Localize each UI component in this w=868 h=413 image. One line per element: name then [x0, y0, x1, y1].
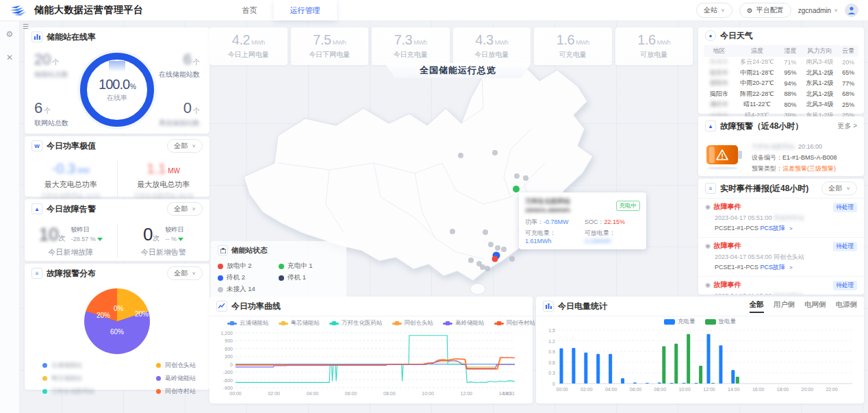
panel-power-curve: 今日功率曲线 云浦储能站粤芯储能站万邦生化医药站同创仓头站葛岭储能站同创寺村站 … [209, 297, 533, 403]
tab-operation[interactable]: 运行管理 [274, 0, 337, 21]
panel-title: 实时事件播报(近48小时) [720, 183, 808, 195]
energy-tab-电源侧[interactable]: 电源侧 [836, 300, 858, 313]
tab-home[interactable]: 首页 [226, 0, 274, 21]
more-link[interactable]: 更多 > [837, 121, 857, 131]
event-type: 故障事件 [714, 241, 741, 251]
station-dot-unconnected[interactable] [485, 266, 490, 271]
status-legend-item: 放电中 2 [218, 262, 279, 271]
list-icon: ≡ [31, 268, 42, 279]
event-item[interactable]: ◉故障事件待处理2023-04-17 05:54:00 同创仓头站PCSE1-#… [698, 238, 864, 277]
station-dot-unconnected[interactable] [523, 175, 528, 181]
station-dot-unconnected[interactable] [450, 229, 455, 234]
svg-text:0.6: 0.6 [548, 360, 555, 365]
svg-text:02:00: 02:00 [268, 391, 280, 396]
curve-legend-label: 粤芯储能站 [291, 319, 320, 327]
weather-cell: 25% [839, 101, 858, 108]
pending-badge: 待处理 [833, 281, 858, 290]
bar-chart-icon [31, 32, 42, 42]
stat-card[interactable]: 4.2MWh今日上网电量 [209, 27, 288, 65]
panel-title: 故障报警分布 [47, 268, 96, 279]
status-label: 停机 1 [288, 273, 306, 282]
curve-legend-item[interactable]: 葛岭储能站 [443, 319, 485, 327]
charge-bar [584, 353, 587, 384]
tooltip-value: 1.61MWh [525, 238, 552, 245]
station-dot-discharging[interactable] [492, 256, 498, 262]
station-dot-unconnected[interactable] [495, 245, 500, 251]
event-item[interactable]: ◉故障事件待处理2023-04-17 11:15:00 葛岭储能站PCSE1-#… [698, 277, 864, 295]
curve-legend-item[interactable]: 云浦储能站 [227, 319, 269, 327]
stat-card-number: 4.2 [232, 32, 250, 47]
chevron-down-icon: ∨ [846, 186, 850, 190]
stat-unit: 个 [52, 58, 59, 66]
fault-distribution-pie[interactable]: 20%60%20%0% [84, 288, 150, 354]
stat-value: 0 [183, 99, 192, 116]
platform-config-button[interactable]: ⚙ 平台配置 [739, 3, 791, 18]
station-dot-unconnected[interactable] [514, 173, 520, 179]
arrow-right-icon[interactable]: > [789, 264, 793, 271]
station-dot-unconnected[interactable] [480, 264, 485, 270]
station-dot-unconnected[interactable] [468, 258, 474, 263]
energy-tab-用户侧[interactable]: 用户侧 [774, 300, 795, 313]
fault-today-filter[interactable]: 全部∨ [167, 202, 203, 216]
fault-dist-filter[interactable]: 全部∨ [167, 266, 203, 280]
panel-weather: ● 今日天气 地区温度湿度风力方向云量珠海市多云24-28℃71%南风3-4级2… [698, 27, 864, 114]
user-menu[interactable]: zgcnadmin ∨ [798, 7, 838, 14]
svg-text:0.3: 0.3 [548, 371, 555, 375]
battery-warning-icon [705, 142, 745, 173]
stat-card[interactable]: 4.3MWh今日放电量 [453, 27, 531, 65]
stat-card[interactable]: 1.6MWh可放电量 [615, 27, 693, 65]
station-dot-unconnected[interactable] [509, 256, 515, 262]
svg-text:-900: -900 [223, 386, 233, 390]
fault-link[interactable]: PCS故障 [761, 225, 786, 231]
events-filter[interactable]: 全部∨ [821, 182, 857, 195]
power-extreme-filter[interactable]: 全部∨ [167, 139, 203, 153]
label: 今日新增故障 [25, 247, 117, 258]
charge-bar [670, 383, 674, 384]
station-dot-unconnected[interactable] [501, 247, 507, 252]
station-dot-charging[interactable] [513, 186, 520, 192]
stat-card[interactable]: 1.6MWh可充电量 [534, 27, 612, 65]
legend-item: 云浦储能站 [42, 361, 94, 370]
station-dot-unconnected[interactable] [458, 153, 463, 158]
charge-bar [560, 349, 563, 384]
curve-legend-item[interactable]: 粤芯储能站 [279, 319, 320, 327]
legend-mark-icon [329, 323, 339, 325]
stat-card[interactable]: 7.3MWh今日充电量 [372, 27, 450, 65]
curve-legend-item[interactable]: 同创寺村站 [494, 319, 536, 327]
bar-legend-item[interactable]: 充电量 [664, 318, 695, 326]
energy-tab-电网侧[interactable]: 电网侧 [804, 300, 826, 313]
stat-card[interactable]: 7.5MWh今日下网电量 [291, 27, 369, 65]
event-item[interactable]: ◉故障事件待处理2023-04-17 05:51:00 同创寺村站PCSE1-#… [698, 199, 864, 238]
weather-cell: 阵雨22-28℃ [735, 90, 780, 99]
arrow-right-icon[interactable]: > [789, 225, 793, 231]
energy-bar-chart[interactable]: 00.30.60.91.21.500:0002:0004:0006:0008:0… [536, 326, 864, 396]
status-dot-icon [279, 264, 284, 269]
station-dot-unconnected[interactable] [488, 242, 494, 247]
stat-card-label: 今日放电量 [453, 50, 531, 60]
legend-item: 同创仓头站 [156, 361, 196, 370]
collapse-panel-icon[interactable]: ☰ [23, 23, 29, 30]
event-timestamp: 2023-04-17 11:15:00 [715, 292, 773, 295]
curve-legend-item[interactable]: 万邦生化医药站 [329, 319, 383, 327]
legend-swatch-icon [664, 319, 675, 325]
station-dot-unconnected[interactable] [492, 150, 498, 155]
station-dot-unconnected[interactable] [483, 229, 488, 235]
close-icon[interactable]: ✕ [6, 53, 13, 62]
curve-legend-item[interactable]: 同创仓头站 [392, 319, 434, 327]
event-station: 同创寺村站 [774, 214, 804, 221]
avatar[interactable] [845, 3, 858, 17]
stat-card-number: 1.6 [557, 32, 574, 47]
svg-text:12:00: 12:00 [461, 391, 473, 396]
fault-link[interactable]: PCS故障 [761, 264, 786, 271]
power-curve-chart[interactable]: 1,2009006003000-300-600-90000:0002:0004:… [209, 327, 533, 400]
energy-tab-全部[interactable]: 全部 [750, 300, 764, 313]
site-selector[interactable]: 全站 ∨ [696, 3, 732, 18]
charge-bar [572, 348, 575, 384]
charge-bar [658, 382, 661, 384]
legend-label: 云浦储能站 [51, 361, 82, 370]
events-list: ◉故障事件待处理2023-04-17 05:51:00 同创寺村站PCSE1-#… [698, 199, 864, 295]
bar-legend-item[interactable]: 放电量 [705, 318, 737, 326]
settings-icon[interactable]: ⚙ [6, 30, 14, 38]
status-label: 放电中 2 [227, 262, 251, 271]
event-time: 2023-04-17 11:15:00 葛岭储能站 [715, 292, 857, 295]
